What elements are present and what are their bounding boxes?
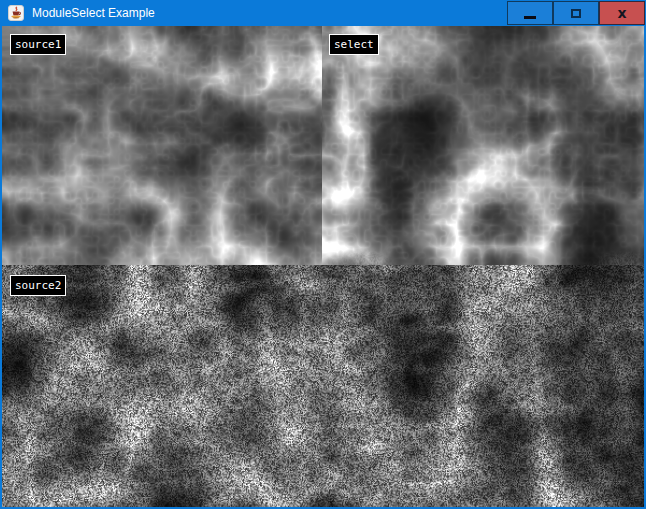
- minimize-button[interactable]: [507, 1, 553, 25]
- label-source2: source2: [10, 275, 66, 296]
- source1-output-image: [2, 26, 322, 265]
- close-icon: x: [617, 2, 626, 24]
- java-coffee-cup-icon: [8, 5, 24, 21]
- label-select: select: [329, 34, 379, 55]
- render-area: source1 select source2: [2, 26, 644, 507]
- close-button[interactable]: x: [599, 1, 645, 25]
- source2-output-image: [2, 265, 644, 507]
- app-window: ModuleSelect Example x source1 select so…: [0, 0, 646, 509]
- window-controls: x: [507, 1, 645, 25]
- maximize-icon: [571, 9, 581, 18]
- label-source1: source1: [10, 34, 66, 55]
- window-title: ModuleSelect Example: [32, 0, 155, 26]
- minimize-icon: [524, 16, 536, 19]
- maximize-button[interactable]: [553, 1, 599, 25]
- titlebar[interactable]: ModuleSelect Example x: [0, 0, 646, 26]
